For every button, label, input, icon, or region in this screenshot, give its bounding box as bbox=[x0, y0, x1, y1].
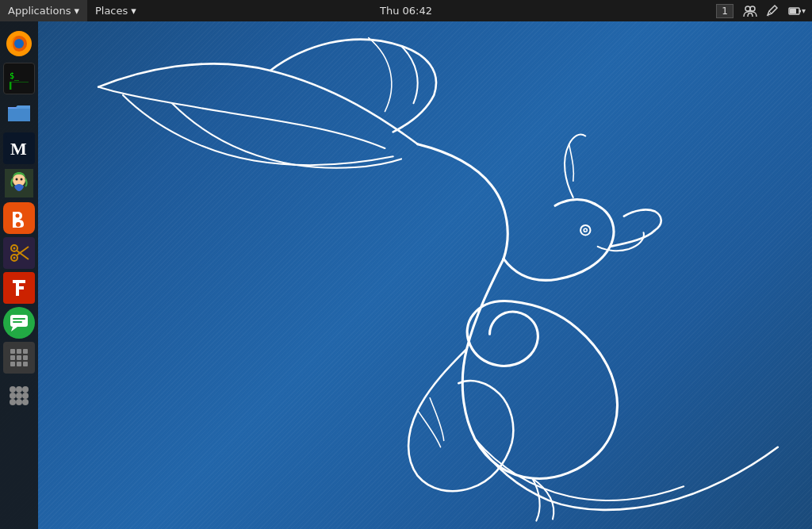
svg-point-49 bbox=[16, 393, 22, 399]
svg-point-21 bbox=[16, 214, 20, 218]
dock: $_ ▌ M bbox=[0, 21, 38, 529]
grid-icon bbox=[6, 345, 32, 370]
chat-icon bbox=[6, 310, 32, 335]
svg-point-22 bbox=[16, 222, 21, 227]
svg-text:▌: ▌ bbox=[9, 82, 13, 90]
people-icon bbox=[743, 4, 757, 18]
network-icon[interactable] bbox=[740, 0, 760, 21]
dock-burpsuite[interactable] bbox=[3, 202, 35, 234]
svg-rect-6 bbox=[790, 9, 796, 13]
metasploit-icon: M bbox=[6, 136, 32, 161]
dock-chat[interactable] bbox=[3, 307, 35, 339]
svg-rect-40 bbox=[17, 355, 21, 360]
battery-tray[interactable]: ▾ bbox=[784, 0, 809, 21]
dock-terminal[interactable]: $_ ▌ bbox=[3, 63, 35, 94]
svg-point-51 bbox=[10, 399, 16, 405]
clock-time: Thu 06:42 bbox=[380, 5, 432, 17]
svg-rect-39 bbox=[10, 355, 15, 360]
svg-point-19 bbox=[21, 178, 23, 181]
svg-rect-34 bbox=[13, 321, 22, 323]
terminal-icon: $_ ▌ bbox=[6, 66, 32, 91]
svg-rect-42 bbox=[10, 362, 15, 366]
burpsuite-icon bbox=[6, 205, 32, 231]
workspace-box: 1 bbox=[716, 4, 733, 18]
svg-point-50 bbox=[22, 393, 29, 399]
applications-label: Applications bbox=[8, 5, 71, 17]
svg-rect-41 bbox=[23, 355, 28, 360]
svg-point-48 bbox=[10, 393, 16, 399]
dock-show-apps[interactable] bbox=[3, 380, 35, 412]
applications-menu[interactable]: Applications ▾ bbox=[0, 0, 87, 21]
battery-chevron: ▾ bbox=[802, 6, 806, 15]
svg-point-18 bbox=[16, 178, 18, 181]
svg-point-53 bbox=[22, 399, 29, 405]
places-label: Places bbox=[95, 5, 128, 17]
svg-rect-36 bbox=[10, 349, 15, 354]
svg-rect-32 bbox=[10, 315, 28, 327]
firefox-icon bbox=[5, 29, 33, 58]
svg-rect-44 bbox=[23, 362, 28, 366]
apps-icon bbox=[6, 383, 32, 408]
svg-rect-37 bbox=[17, 349, 21, 354]
svg-text:$_: $_ bbox=[10, 71, 20, 81]
desktop-wallpaper bbox=[0, 21, 812, 529]
places-chevron: ▾ bbox=[131, 5, 136, 17]
svg-point-2 bbox=[745, 6, 750, 11]
pencil-icon bbox=[765, 4, 779, 18]
svg-point-47 bbox=[22, 386, 29, 393]
panel-clock[interactable]: Thu 06:42 bbox=[380, 0, 432, 21]
places-menu[interactable]: Places ▾ bbox=[87, 0, 144, 21]
desktop: Applications ▾ Places ▾ Thu 06:42 1 bbox=[0, 0, 812, 529]
applications-chevron: ▾ bbox=[74, 5, 79, 17]
svg-rect-33 bbox=[13, 318, 25, 320]
svg-point-9 bbox=[14, 39, 24, 48]
character-icon bbox=[5, 169, 33, 197]
workspace-number: 1 bbox=[722, 6, 728, 17]
dragon-illustration bbox=[40, 21, 812, 529]
dock-grid[interactable] bbox=[3, 342, 35, 374]
dock-character[interactable] bbox=[3, 167, 35, 199]
svg-point-3 bbox=[750, 6, 755, 11]
svg-rect-43 bbox=[17, 362, 21, 366]
svg-point-29 bbox=[13, 247, 16, 250]
panel-right: 1 bbox=[711, 0, 812, 21]
svg-point-52 bbox=[16, 399, 22, 405]
svg-point-28 bbox=[13, 257, 16, 259]
workspace-indicator[interactable]: 1 bbox=[711, 0, 738, 21]
edit-icon-tray[interactable] bbox=[762, 0, 783, 21]
svg-point-0 bbox=[580, 225, 590, 235]
battery-icon bbox=[787, 4, 802, 18]
svg-rect-5 bbox=[799, 10, 801, 12]
dock-firefox[interactable] bbox=[3, 28, 35, 59]
svg-point-46 bbox=[16, 386, 22, 393]
files-icon bbox=[5, 99, 33, 128]
top-panel: Applications ▾ Places ▾ Thu 06:42 1 bbox=[0, 0, 812, 21]
scissors-icon bbox=[6, 240, 32, 266]
dock-files[interactable] bbox=[3, 98, 35, 129]
svg-point-45 bbox=[10, 386, 16, 393]
svg-text:M: M bbox=[10, 139, 27, 159]
svg-point-1 bbox=[584, 228, 587, 232]
panel-left: Applications ▾ Places ▾ bbox=[0, 0, 711, 21]
dock-metasploit[interactable]: M bbox=[3, 132, 35, 164]
dock-cutter[interactable] bbox=[3, 237, 35, 269]
redtool-icon bbox=[6, 275, 32, 301]
dock-redtool[interactable] bbox=[3, 272, 35, 304]
svg-rect-38 bbox=[23, 349, 28, 354]
